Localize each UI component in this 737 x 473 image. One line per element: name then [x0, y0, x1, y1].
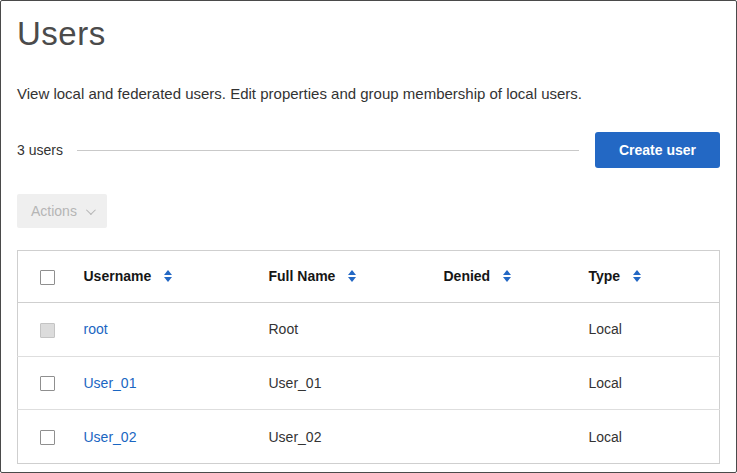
- select-all-checkbox[interactable]: [40, 270, 55, 285]
- actions-button-label: Actions: [31, 203, 77, 219]
- cell-fullname: Root: [259, 302, 434, 356]
- row-checkbox: [40, 323, 55, 338]
- username-link[interactable]: root: [84, 321, 108, 337]
- table-row: User_01 User_01 Local: [18, 356, 720, 410]
- cell-type: Local: [579, 356, 720, 410]
- column-label-denied: Denied: [444, 268, 491, 284]
- column-label-type: Type: [589, 268, 621, 284]
- username-link[interactable]: User_01: [84, 375, 137, 391]
- row-checkbox[interactable]: [40, 376, 55, 391]
- column-label-username: Username: [84, 268, 152, 284]
- page-description: View local and federated users. Edit pro…: [17, 85, 720, 102]
- cell-username: User_01: [74, 356, 259, 410]
- table-row: User_02 User_02 Local: [18, 410, 720, 464]
- row-checkbox-cell: [18, 302, 74, 356]
- cell-type: Local: [579, 410, 720, 464]
- sort-icon[interactable]: [633, 270, 641, 282]
- row-checkbox-cell: [18, 356, 74, 410]
- cell-username: root: [74, 302, 259, 356]
- column-header-username[interactable]: Username: [74, 251, 259, 303]
- actions-button[interactable]: Actions: [17, 194, 107, 228]
- column-header-denied[interactable]: Denied: [434, 251, 579, 303]
- cell-denied: [434, 356, 579, 410]
- cell-type: Local: [579, 302, 720, 356]
- header-checkbox-cell: [18, 251, 74, 303]
- divider: [77, 150, 579, 151]
- count-row: 3 users Create user: [17, 132, 720, 168]
- cell-fullname: User_02: [259, 410, 434, 464]
- sort-icon[interactable]: [503, 270, 511, 282]
- cell-fullname: User_01: [259, 356, 434, 410]
- chevron-down-icon: [86, 205, 96, 215]
- sort-icon[interactable]: [164, 270, 172, 282]
- column-label-fullname: Full Name: [269, 268, 336, 284]
- sort-icon[interactable]: [348, 270, 356, 282]
- column-header-type[interactable]: Type: [579, 251, 720, 303]
- page-title: Users: [17, 15, 720, 53]
- table-row: root Root Local: [18, 302, 720, 356]
- users-table: Username Full Name Denied: [17, 250, 720, 464]
- table-header-row: Username Full Name Denied: [18, 251, 720, 303]
- cell-username: User_02: [74, 410, 259, 464]
- cell-denied: [434, 410, 579, 464]
- create-user-button[interactable]: Create user: [595, 132, 720, 168]
- users-page: Users View local and federated users. Ed…: [0, 0, 737, 473]
- row-checkbox-cell: [18, 410, 74, 464]
- user-count: 3 users: [17, 142, 63, 158]
- cell-denied: [434, 302, 579, 356]
- username-link[interactable]: User_02: [84, 429, 137, 445]
- row-checkbox[interactable]: [40, 430, 55, 445]
- column-header-fullname[interactable]: Full Name: [259, 251, 434, 303]
